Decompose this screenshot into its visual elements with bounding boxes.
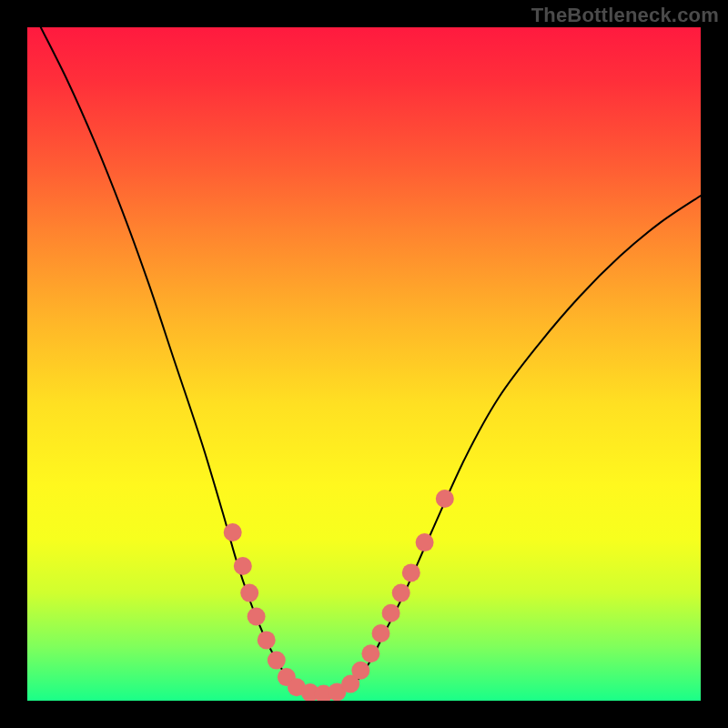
curve-dots-group [224,490,454,701]
bottleneck-curve [41,27,701,694]
curve-dot [240,584,258,602]
curve-dot [416,533,434,551]
curve-dot [392,584,410,602]
curve-dot [382,604,400,622]
curve-dot [234,557,252,575]
curve-dot [436,490,454,508]
curve-dot [224,523,242,541]
curve-dot [258,631,276,649]
curve-dot [351,662,369,680]
watermark-text: TheBottleneck.com [531,4,719,27]
curve-dot [248,608,266,626]
curve-dot [402,563,420,581]
curve-dot [361,644,379,662]
curve-dot [372,624,390,642]
curve-dot [268,652,286,670]
chart-svg [27,27,701,701]
outer-frame: TheBottleneck.com [0,0,728,728]
